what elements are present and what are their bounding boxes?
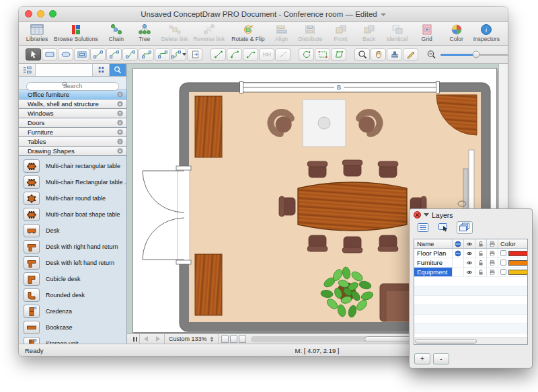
sidebar-category-furniture[interactable]: Furniture (19, 128, 126, 137)
format-painter-tool[interactable] (387, 48, 402, 61)
shape-cubicle-desk-button[interactable] (24, 272, 40, 286)
close-palette-button[interactable] (414, 211, 421, 219)
line-tool[interactable] (210, 48, 226, 61)
pan-tool[interactable] (371, 48, 386, 61)
shape-desk-left-button[interactable] (24, 256, 40, 270)
inspectors-button[interactable]: iInspectors (473, 23, 500, 42)
credenza-top-left[interactable] (195, 96, 222, 157)
select-layer-objects-button[interactable] (436, 221, 452, 234)
zoom-out-icon[interactable] (426, 50, 436, 59)
column-print[interactable] (487, 239, 498, 248)
reverse-link-button[interactable]: Reverse link (193, 23, 225, 42)
minimize-window-button[interactable] (37, 10, 44, 17)
rectangle-tool[interactable] (42, 48, 57, 61)
previous-page-icon[interactable] (144, 336, 148, 342)
distort-tool[interactable] (331, 48, 346, 61)
ellipse-tool[interactable] (58, 48, 73, 61)
layer-visible-cell[interactable] (464, 249, 475, 258)
align-button[interactable]: Align (270, 23, 293, 42)
shape-item[interactable]: Desk (19, 223, 126, 239)
layers-palette-titlebar[interactable]: Layers (410, 209, 532, 221)
window-symbol[interactable]: B (240, 82, 440, 93)
browse-solutions-button[interactable]: Browse Solutions (54, 23, 98, 42)
shape-rect-table-button[interactable] (24, 159, 40, 173)
page-view-button-1[interactable] (221, 336, 229, 343)
curved-connector-tool[interactable] (171, 48, 186, 61)
page-view-button-3[interactable] (239, 336, 246, 343)
shape-item[interactable]: Multi-chair boat shape table (19, 206, 126, 223)
zoom-level-select[interactable]: Custom 133% (164, 334, 219, 344)
add-layer-button[interactable]: + (414, 353, 430, 364)
sidebar-category-windows[interactable]: Windows (19, 109, 126, 118)
layer-row-floor-plan[interactable]: Floor Plan (414, 249, 527, 258)
layer-color-checkbox[interactable] (500, 269, 506, 275)
layer-color-cell[interactable] (498, 269, 528, 275)
layer-lock-cell[interactable] (475, 258, 487, 267)
close-icon[interactable] (117, 120, 123, 126)
rotate-tool[interactable] (299, 48, 314, 61)
shape-rect-table-2-button[interactable] (24, 175, 40, 189)
grid-view-button[interactable] (93, 64, 110, 76)
layer-visible-cell[interactable] (464, 258, 475, 267)
search-mode-button[interactable] (110, 64, 126, 76)
shape-desk-right-button[interactable] (24, 240, 40, 253)
sidebar-category-walls-shell-and-structure[interactable]: Walls, shell and structure (19, 100, 126, 109)
delete-link-button[interactable]: Delete link (161, 23, 188, 42)
close-window-button[interactable] (25, 10, 32, 17)
layer-color-cell[interactable] (498, 250, 528, 256)
frame-tool[interactable] (74, 48, 89, 61)
distribute-button[interactable]: Distribute (299, 23, 323, 42)
pause-updates-button[interactable] (127, 334, 140, 344)
layers-scrollbar-thumb[interactable] (415, 339, 477, 344)
conference-table[interactable] (298, 182, 407, 231)
shape-desk-button[interactable] (24, 224, 40, 237)
layer-row-equipment[interactable]: Equipment (414, 268, 527, 277)
layer-active-cell[interactable] (453, 249, 464, 258)
sidebar-category-drawing-shapes[interactable]: Drawing Shapes (19, 147, 126, 156)
close-icon[interactable] (117, 101, 123, 107)
layer-color-swatch[interactable] (508, 251, 528, 256)
layer-name[interactable]: Equipment (414, 268, 453, 276)
shape-credenza-button[interactable] (24, 305, 40, 318)
tree-button[interactable]: Tree (133, 23, 156, 42)
dropdown-caret-icon[interactable] (182, 53, 186, 56)
side-table[interactable] (303, 100, 346, 147)
column-active[interactable] (453, 239, 464, 248)
zoom-slider[interactable] (440, 54, 508, 56)
layer-properties-button[interactable] (415, 221, 431, 234)
shape-rounded-desk-button[interactable] (24, 288, 40, 302)
add-midpoint-tool[interactable] (259, 48, 274, 61)
layer-color-swatch[interactable] (508, 260, 528, 266)
layer-print-cell[interactable] (487, 249, 498, 258)
close-icon[interactable] (117, 148, 123, 154)
libraries-button[interactable]: Libraries (26, 23, 48, 42)
layer-print-cell[interactable] (487, 258, 498, 267)
shape-item[interactable]: Credenza (19, 303, 126, 319)
shape-item[interactable]: Multi-chair round table (19, 190, 126, 206)
column-visible[interactable] (464, 239, 475, 248)
layer-color-checkbox[interactable] (500, 260, 506, 266)
shape-item[interactable]: Rounded desk (19, 287, 126, 303)
shape-storage-unit-button[interactable] (24, 337, 40, 344)
pencil-tool[interactable] (403, 48, 418, 61)
zoom-tool[interactable] (354, 48, 370, 61)
tree-view-button[interactable] (19, 64, 36, 76)
layer-active-cell[interactable] (453, 268, 464, 276)
shape-boat-table-button[interactable] (24, 208, 40, 221)
shape-item[interactable]: Storage unit (19, 336, 126, 344)
front-button[interactable]: Front (330, 23, 352, 42)
layer-stack-button[interactable] (457, 221, 473, 234)
layer-lock-cell[interactable] (475, 268, 487, 276)
identical-button[interactable]: Identical (386, 23, 409, 42)
bezier-connector-tool[interactable] (122, 48, 138, 61)
arc-connector-tool[interactable] (106, 48, 122, 61)
smart-connector-tool[interactable] (139, 48, 154, 61)
sidebar-category-doors[interactable]: Doors (19, 118, 126, 128)
rotate-flip-button[interactable]: Rotate & Flip (231, 23, 264, 42)
sidebar-category-office-furniture[interactable]: Office furniture (19, 90, 126, 100)
arc-tool[interactable] (227, 48, 242, 61)
layer-lock-cell[interactable] (475, 249, 487, 258)
layer-color-checkbox[interactable] (500, 250, 506, 256)
bezier-tool[interactable] (243, 48, 258, 61)
layer-color-cell[interactable] (498, 260, 528, 266)
